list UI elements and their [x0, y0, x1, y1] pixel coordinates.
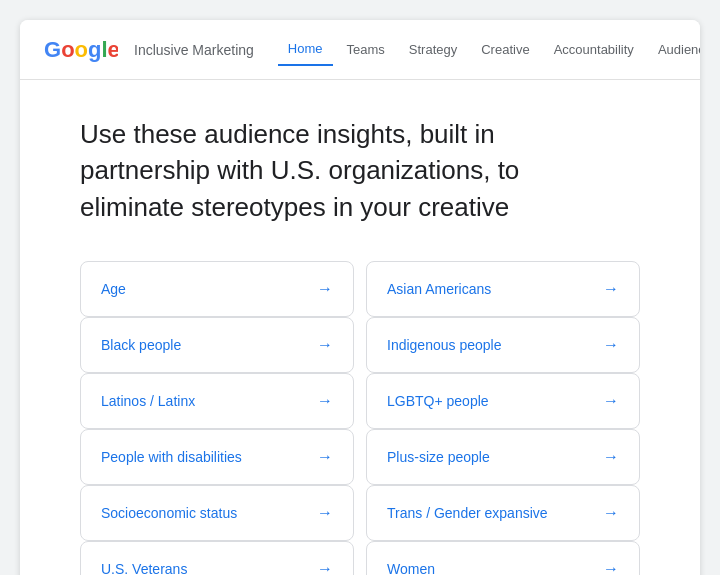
card-label: People with disabilities	[101, 449, 242, 465]
card-label: Asian Americans	[387, 281, 491, 297]
card-arrow: →	[317, 448, 333, 466]
card-label: Trans / Gender expansive	[387, 505, 548, 521]
card-label: Black people	[101, 337, 181, 353]
card-age[interactable]: Age→	[80, 261, 354, 317]
nav-link-home[interactable]: Home	[278, 33, 333, 66]
card-arrow: →	[317, 280, 333, 298]
card-arrow: →	[603, 392, 619, 410]
nav-link-creative[interactable]: Creative	[471, 34, 539, 65]
nav-link-strategy[interactable]: Strategy	[399, 34, 467, 65]
card-plus-size-people[interactable]: Plus-size people→	[366, 429, 640, 485]
card-arrow: →	[603, 280, 619, 298]
card-arrow: →	[603, 448, 619, 466]
card-people-with-disabilities[interactable]: People with disabilities→	[80, 429, 354, 485]
app-window: Google Inclusive Marketing HomeTeamsStra…	[20, 20, 700, 575]
card-trans-gender-expansive[interactable]: Trans / Gender expansive→	[366, 485, 640, 541]
site-title: Inclusive Marketing	[134, 42, 254, 58]
nav-link-teams[interactable]: Teams	[337, 34, 395, 65]
nav-links: HomeTeamsStrategyCreativeAccountabilityA…	[278, 33, 700, 66]
card-label: Women	[387, 561, 435, 575]
card-arrow: →	[603, 504, 619, 522]
card-arrow: →	[317, 336, 333, 354]
svg-text:Google: Google	[44, 38, 118, 62]
card-women[interactable]: Women→	[366, 541, 640, 575]
card-label: Socioeconomic status	[101, 505, 237, 521]
card-arrow: →	[603, 336, 619, 354]
card-label: U.S. Veterans	[101, 561, 187, 575]
card-label: LGBTQ+ people	[387, 393, 489, 409]
card-asian-americans[interactable]: Asian Americans→	[366, 261, 640, 317]
card-latinos-latinx[interactable]: Latinos / Latinx→	[80, 373, 354, 429]
audience-grid: Age→Black people→Latinos / Latinx→People…	[80, 261, 640, 575]
card-socioeconomic-status[interactable]: Socioeconomic status→	[80, 485, 354, 541]
card-label: Indigenous people	[387, 337, 501, 353]
card-black-people[interactable]: Black people→	[80, 317, 354, 373]
headline: Use these audience insights, built in pa…	[80, 116, 600, 225]
main-content: Use these audience insights, built in pa…	[20, 80, 700, 575]
card-arrow: →	[317, 504, 333, 522]
card-label: Plus-size people	[387, 449, 490, 465]
nav-link-accountability[interactable]: Accountability	[544, 34, 644, 65]
card-arrow: →	[317, 392, 333, 410]
nav-link-audiences[interactable]: Audiences	[648, 34, 700, 65]
navbar: Google Inclusive Marketing HomeTeamsStra…	[20, 20, 700, 80]
card-arrow: →	[603, 560, 619, 575]
card-u.s.-veterans[interactable]: U.S. Veterans→	[80, 541, 354, 575]
right-column: Asian Americans→Indigenous people→LGBTQ+…	[366, 261, 640, 575]
card-arrow: →	[317, 560, 333, 575]
card-label: Age	[101, 281, 126, 297]
google-logo: Google	[44, 38, 118, 62]
card-label: Latinos / Latinx	[101, 393, 195, 409]
card-lgbtq-people[interactable]: LGBTQ+ people→	[366, 373, 640, 429]
left-column: Age→Black people→Latinos / Latinx→People…	[80, 261, 354, 575]
card-indigenous-people[interactable]: Indigenous people→	[366, 317, 640, 373]
